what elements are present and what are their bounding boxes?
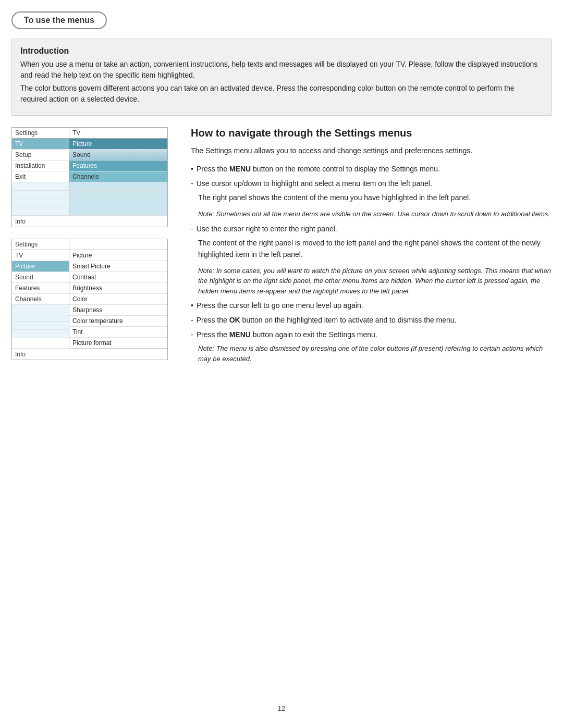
menu1-left-col: TV Setup Installation Exit <box>12 139 69 216</box>
dash-item-4: - Press the MENU button again to exit th… <box>191 329 552 341</box>
menu2-left-item-6 <box>12 313 69 322</box>
menu1-right-item-4 <box>69 182 167 191</box>
para1: The right panel shows the content of the… <box>198 192 552 204</box>
page-number: 12 <box>0 705 563 712</box>
menu2-header: Settings <box>12 239 167 250</box>
menu2-left-item-7 <box>12 322 69 330</box>
menu2-right-item-2[interactable]: Contrast <box>69 272 167 283</box>
menu1-left-item-7 <box>12 207 69 216</box>
menu-panel-2: Settings TV Picture Sound Features Chann… <box>11 239 168 360</box>
menu1-right-item-3[interactable]: Channels <box>69 171 167 182</box>
dash-text-3: Press the OK button on the highlighted i… <box>197 315 552 326</box>
menu2-right-col: Picture Smart Picture Contrast Brightnes… <box>69 250 167 349</box>
dash-text-1: Use cursor up/down to highlight and sele… <box>197 178 552 190</box>
menu1-left-item-1[interactable]: Setup <box>12 150 69 161</box>
menu1-left-item-2[interactable]: Installation <box>12 161 69 171</box>
main-content: Settings TV TV Setup Installation Exit P… <box>11 127 552 368</box>
menu1-right-item-7 <box>69 207 167 216</box>
menu2-right-item-3[interactable]: Brightness <box>69 283 167 294</box>
intro-para1: When you use a menu or take an action, c… <box>20 59 543 81</box>
dash-item-3: - Press the OK button on the highlighted… <box>191 315 552 326</box>
menu1-inner: TV Setup Installation Exit Picture Sound… <box>12 139 167 216</box>
page-header: To use the menus <box>11 11 107 29</box>
bullet-text-1: Press the MENU button on the remote cont… <box>197 164 552 175</box>
dash-2: - <box>191 224 193 235</box>
menu2-header-left: Settings <box>12 239 69 250</box>
menu2-inner: TV Picture Sound Features Channels Pictu… <box>12 250 167 349</box>
menu2-left-item-5 <box>12 305 69 313</box>
menu1-right-col: Picture Sound Features Channels <box>69 139 167 216</box>
note3: Note: The menu is also dismissed by pres… <box>198 343 552 364</box>
menu-panel-1: Settings TV TV Setup Installation Exit P… <box>11 127 168 227</box>
note1: Note: Sometimes not all the menu items a… <box>198 209 552 219</box>
intro-para2: The color buttons govern different actio… <box>20 83 543 105</box>
menu1-right-item-6 <box>69 199 167 207</box>
dash-text-4: Press the MENU button again to exit the … <box>197 329 552 341</box>
menu2-right-item-4[interactable]: Color <box>69 294 167 305</box>
menu2-left-item-1[interactable]: Picture <box>12 261 69 272</box>
menu1-right-item-2[interactable]: Features <box>69 161 167 171</box>
bullet-dot-2: • <box>191 300 193 312</box>
menu1-header-right: TV <box>69 128 167 138</box>
menu1-left-item-3[interactable]: Exit <box>12 171 69 182</box>
dash-4: - <box>191 329 193 341</box>
menu2-header-right <box>69 239 167 250</box>
intro-heading: Introduction <box>20 46 543 56</box>
intro-section: Introduction When you use a menu or take… <box>11 39 552 116</box>
menu1-left-item-0[interactable]: TV <box>12 139 69 150</box>
menu2-right-item-1[interactable]: Smart Picture <box>69 261 167 272</box>
menu2-left-item-4[interactable]: Channels <box>12 294 69 305</box>
dash-1: - <box>191 178 193 190</box>
menu1-right-item-1[interactable]: Sound <box>69 150 167 161</box>
dash-item-1: - Use cursor up/down to highlight and se… <box>191 178 552 190</box>
menu1-footer: Info <box>12 216 167 227</box>
nav-title: How to navigate through the Settings men… <box>191 127 552 139</box>
nav-title-start: How to navigate through the <box>191 127 335 139</box>
menu2-footer: Info <box>12 349 167 360</box>
bullet-item-2: • Press the cursor left to go one menu l… <box>191 300 552 312</box>
page-header-title: To use the menus <box>24 16 94 24</box>
bullet-item-1: • Press the MENU button on the remote co… <box>191 164 552 175</box>
menu2-right-item-5[interactable]: Sharpness <box>69 305 167 316</box>
menu2-left-item-8 <box>12 330 69 338</box>
bullet-dot-1: • <box>191 164 193 175</box>
nav-intro: The Settings menu allows you to access a… <box>191 145 552 156</box>
menu2-right-item-7[interactable]: Tint <box>69 327 167 338</box>
menu1-right-item-5 <box>69 191 167 199</box>
right-column: How to navigate through the Settings men… <box>191 127 552 368</box>
dash-item-2: - Use the cursor right to enter the righ… <box>191 224 552 235</box>
menu2-left-item-2[interactable]: Sound <box>12 272 69 283</box>
dash-3: - <box>191 315 193 326</box>
menu1-right-item-0[interactable]: Picture <box>69 139 167 150</box>
menu2-left-col: TV Picture Sound Features Channels <box>12 250 69 349</box>
menu1-left-item-4 <box>12 182 69 191</box>
para2: The content of the right panel is moved … <box>198 238 552 260</box>
menu1-header: Settings TV <box>12 128 167 139</box>
menu2-left-item-3[interactable]: Features <box>12 283 69 294</box>
menu1-header-left: Settings <box>12 128 69 138</box>
menu1-left-item-6 <box>12 199 69 207</box>
nav-title-bold: Settings menus <box>335 127 412 139</box>
left-column: Settings TV TV Setup Installation Exit P… <box>11 127 178 368</box>
menu2-right-item-6[interactable]: Color temperature <box>69 316 167 327</box>
menu1-left-item-5 <box>12 191 69 199</box>
dash-text-2: Use the cursor right to enter the right … <box>197 224 552 235</box>
menu2-right-item-8[interactable]: Picture format <box>69 338 167 349</box>
menu2-left-item-0[interactable]: TV <box>12 250 69 261</box>
menu2-right-item-0[interactable]: Picture <box>69 250 167 261</box>
note2: Note: In some cases, you will want to wa… <box>198 266 552 297</box>
bullet-text-2: Press the cursor left to go one menu lev… <box>197 300 552 312</box>
